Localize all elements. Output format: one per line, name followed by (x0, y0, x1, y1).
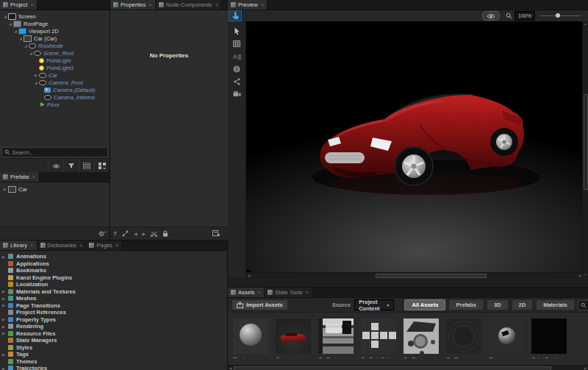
analyze-text-icon[interactable]: A (228, 50, 245, 63)
asset-thumbnail-chrome[interactable] (489, 319, 524, 354)
tab-prefabs[interactable]: Prefabs× (0, 172, 40, 182)
tree-item-car[interactable]: ▶Car (0, 71, 110, 79)
preview-3d-viewport[interactable] (246, 21, 583, 272)
asset-card-carbodycubema[interactable]: CarBodyCubema... (361, 319, 396, 358)
tree-item-pointlight[interactable]: PointLight (0, 57, 110, 64)
library-item-rendering[interactable]: ▶Rendering (0, 323, 227, 330)
tree-expanded-arrow-icon[interactable]: ◢ (7, 21, 13, 26)
library-item-themes[interactable]: Themes (0, 358, 227, 366)
close-tab-icon[interactable]: × (261, 2, 265, 8)
zoom-slider[interactable] (539, 12, 581, 20)
close-tab-icon[interactable]: × (79, 243, 83, 249)
gear-add-icon[interactable]: ⚙+ (98, 230, 107, 238)
scrollbar-thumb[interactable] (376, 274, 487, 278)
tree-item-scene-root[interactable]: ◢Scene_Root (0, 49, 110, 57)
preview-horizontal-scrollbar[interactable]: ◀ ▶ (246, 272, 583, 278)
asset-card-carrim[interactable]: CarRim (404, 319, 439, 358)
flatten-view-icon[interactable] (94, 159, 110, 173)
asset-thumbnail-color-brush[interactable] (531, 319, 567, 354)
tree-item-camera-interest[interactable]: Camera_Interest (0, 93, 110, 101)
close-tab-icon[interactable]: × (305, 290, 309, 296)
asset-card-cartire[interactable]: CarTire (446, 319, 481, 358)
grid-icon[interactable] (228, 38, 245, 50)
tab-assets[interactable]: Assets× (228, 288, 265, 297)
tree-expanded-arrow-icon[interactable]: ◢ (18, 36, 24, 40)
tree-collapsed-arrow-icon[interactable]: ▶ (0, 296, 8, 301)
add-component-icon[interactable] (212, 230, 220, 237)
zoom-level-field[interactable]: 100% (514, 11, 535, 21)
close-tab-icon[interactable]: × (215, 2, 218, 8)
tree-expanded-arrow-icon[interactable]: ◢ (2, 14, 8, 18)
close-tab-icon[interactable]: × (115, 243, 119, 249)
tree-collapsed-arrow-icon[interactable]: ▶ (2, 187, 8, 191)
tree-collapsed-arrow-icon[interactable]: ▶ (0, 324, 8, 329)
forward-arrow-icon[interactable]: ▶ (143, 231, 146, 236)
tab-library[interactable]: Library× (0, 241, 37, 250)
close-tab-icon[interactable]: × (258, 290, 262, 296)
scroll-down-icon[interactable]: ▼ (583, 272, 588, 277)
tab-preview[interactable]: Preview× (228, 0, 268, 10)
tree-item-rootpage[interactable]: ◢RootPage (0, 20, 110, 27)
tree-collapsed-arrow-icon[interactable]: ▶ (33, 73, 39, 77)
tab-project[interactable]: Project× (0, 0, 37, 10)
interact-mode-button[interactable] (229, 10, 242, 21)
library-item-page-transitions[interactable]: ▶Page Transitions (0, 302, 227, 310)
close-tab-icon[interactable]: × (148, 2, 152, 8)
library-item-kanzi-engine-plugins[interactable]: Kanzi Engine Plugins (0, 274, 227, 282)
tree-collapsed-arrow-icon[interactable]: ▶ (0, 331, 8, 335)
library-item-trajectories[interactable]: ▶Trajectories (0, 365, 227, 370)
sphere-icon[interactable] (228, 63, 245, 75)
scrollbar-thumb[interactable] (234, 366, 551, 370)
asset-thumbnail-carrim[interactable] (404, 319, 439, 354)
library-item-meshes[interactable]: ▶Meshes (0, 295, 227, 302)
library-item-tags[interactable]: ▶Tags (0, 351, 227, 358)
asset-thumbnail-cartire[interactable] (446, 319, 481, 354)
filter-button-prefabs[interactable]: Prefabs (448, 299, 484, 310)
scroll-left-icon[interactable]: ◀ (246, 273, 251, 278)
filter-button-2d[interactable]: 2D (512, 299, 534, 310)
close-tab-icon[interactable]: × (30, 2, 34, 8)
isolate-icon[interactable] (151, 231, 157, 237)
help-icon[interactable]: ? (113, 230, 117, 237)
asset-card-car[interactable]: Car (276, 319, 311, 358)
asset-card-carbody[interactable]: CarBody (318, 319, 354, 358)
tree-item-floor[interactable]: Floor (0, 101, 110, 108)
filter-button-3d[interactable]: 3D (487, 299, 509, 310)
library-item-animations[interactable]: ▶Animations (0, 253, 227, 260)
library-item-project-references[interactable]: Project References (0, 309, 227, 316)
filter-button-materials[interactable]: Materials (536, 299, 575, 310)
scroll-left-icon[interactable]: ◀ (228, 366, 233, 370)
tree-item-camera-default[interactable]: Camera (Default) (0, 86, 110, 93)
list-view-icon[interactable] (79, 159, 94, 173)
asset-thumbnail-carbody[interactable] (318, 319, 354, 354)
tree-collapsed-arrow-icon[interactable]: ▶ (0, 352, 8, 357)
library-item-state-managers[interactable]: State Managers (0, 337, 227, 344)
zoom-slider-thumb[interactable] (556, 13, 560, 18)
asset-card-black[interactable]: Black (233, 319, 268, 358)
preview-vertical-scrollbar[interactable]: ▲ ▼ (582, 21, 588, 277)
tree-expanded-arrow-icon[interactable]: ◢ (12, 29, 18, 33)
tree-item-car-car[interactable]: ◢Car (Car) (0, 35, 110, 42)
close-tab-icon[interactable]: × (30, 243, 34, 249)
tree-item-camera-root[interactable]: ◢Camera_Root (0, 79, 110, 86)
asset-thumbnail-car[interactable] (276, 319, 311, 354)
tab-properties[interactable]: Properties× (110, 0, 156, 10)
asset-card-color-brush[interactable]: Color Brush (531, 319, 567, 358)
filter-button-all-assets[interactable]: All Assets (404, 299, 445, 310)
tree-expanded-arrow-icon[interactable]: ◢ (28, 51, 34, 55)
asset-thumbnail-black[interactable] (233, 319, 268, 354)
library-item-materials-and-textures[interactable]: ▶Materials and Textures (0, 288, 227, 296)
assets-horizontal-scrollbar[interactable]: ◀ ▶ (228, 365, 588, 370)
visibility-icon[interactable] (48, 159, 63, 173)
scrollbar-thumb[interactable] (584, 94, 588, 190)
tree-expanded-arrow-icon[interactable]: ◢ (23, 43, 29, 48)
scroll-up-icon[interactable]: ▲ (583, 21, 588, 26)
back-arrow-icon[interactable]: ◀ (134, 231, 137, 236)
close-tab-icon[interactable]: × (32, 174, 36, 180)
tab-dictionaries[interactable]: Dictionaries× (37, 241, 87, 250)
tree-expanded-arrow-icon[interactable]: ◢ (33, 80, 39, 85)
tab-node-components[interactable]: Node Components× (156, 0, 222, 10)
preview-visibility-button[interactable] (482, 11, 500, 21)
tree-item-viewport-2d[interactable]: ◢Viewport 2D (0, 27, 110, 35)
asset-thumbnail-carbodycubema[interactable] (361, 319, 396, 354)
